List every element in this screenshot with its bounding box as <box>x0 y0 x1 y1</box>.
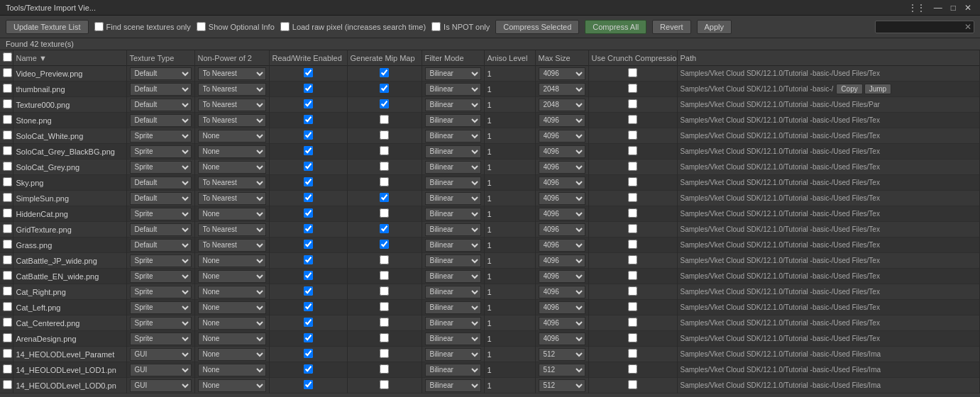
row-read-write[interactable] <box>269 175 347 191</box>
read-write-checkbox[interactable] <box>304 84 313 93</box>
non-power-select[interactable]: NoneTo NearestTo LargerTo Smaller <box>198 145 266 158</box>
search-clear-button[interactable]: ✕ <box>964 22 971 32</box>
read-write-checkbox[interactable] <box>304 115 313 124</box>
row-checkbox-cell[interactable] <box>0 222 13 237</box>
gen-mip-checkbox[interactable] <box>380 380 389 389</box>
non-power-select[interactable]: NoneTo NearestTo LargerTo Smaller <box>198 161 266 174</box>
filter-mode-select[interactable]: Point (no filter)BilinearTrilinear <box>425 83 481 96</box>
texture-type-select[interactable]: DefaultNormal mapSpriteGUICursorCookieLi… <box>130 145 192 158</box>
row-texture-type[interactable]: DefaultNormal mapSpriteGUICursorCookieLi… <box>126 144 194 160</box>
copy-path-button[interactable]: Copy <box>836 84 862 94</box>
row-texture-type[interactable]: DefaultNormal mapSpriteGUICursorCookieLi… <box>126 331 194 347</box>
row-read-write[interactable] <box>269 253 347 269</box>
table-container[interactable]: Name ▼ Texture Type Non-Power of 2 Read/… <box>0 50 980 395</box>
row-gen-mip[interactable] <box>347 82 422 97</box>
row-filter-mode[interactable]: Point (no filter)BilinearTrilinear <box>422 128 484 144</box>
crunch-checkbox[interactable] <box>628 208 637 218</box>
read-write-checkbox[interactable] <box>304 333 313 342</box>
non-power-select[interactable]: NoneTo NearestTo LargerTo Smaller <box>198 239 266 252</box>
non-power-select[interactable]: NoneTo NearestTo LargerTo Smaller <box>198 130 266 142</box>
load-raw-checkbox[interactable] <box>280 22 290 31</box>
row-read-write[interactable] <box>269 362 347 378</box>
row-filter-mode[interactable]: Point (no filter)BilinearTrilinear <box>422 347 484 362</box>
select-all-checkbox[interactable] <box>3 52 12 62</box>
compress-all-button[interactable]: Compress All <box>585 20 646 34</box>
title-menu-btn[interactable]: ⋮⋮ <box>905 3 928 13</box>
row-gen-mip[interactable] <box>347 315 422 331</box>
gen-mip-checkbox[interactable] <box>380 302 389 311</box>
row-max-size[interactable]: 3264128256512102420484096819216384 <box>535 175 588 191</box>
filter-mode-select[interactable]: Point (no filter)BilinearTrilinear <box>425 317 481 330</box>
row-read-write[interactable] <box>269 82 347 97</box>
row-texture-type[interactable]: DefaultNormal mapSpriteGUICursorCookieLi… <box>126 82 194 97</box>
crunch-checkbox[interactable] <box>628 68 637 77</box>
row-texture-type[interactable]: DefaultNormal mapSpriteGUICursorCookieLi… <box>126 97 194 113</box>
max-size-select[interactable]: 3264128256512102420484096819216384 <box>539 255 585 267</box>
gen-mip-checkbox[interactable] <box>380 193 389 202</box>
row-texture-type[interactable]: DefaultNormal mapSpriteGUICursorCookieLi… <box>126 222 194 237</box>
non-power-select[interactable]: NoneTo NearestTo LargerTo Smaller <box>198 270 266 283</box>
row-filter-mode[interactable]: Point (no filter)BilinearTrilinear <box>422 300 484 315</box>
crunch-checkbox[interactable] <box>628 130 637 140</box>
max-size-select[interactable]: 3264128256512102420484096819216384 <box>539 177 585 189</box>
row-checkbox-cell[interactable] <box>0 160 13 175</box>
jump-path-button[interactable]: Jump <box>864 84 891 94</box>
max-size-select[interactable]: 3264128256512102420484096819216384 <box>539 161 585 174</box>
filter-mode-select[interactable]: Point (no filter)BilinearTrilinear <box>425 332 481 345</box>
non-power-select[interactable]: NoneTo NearestTo LargerTo Smaller <box>198 83 266 96</box>
row-filter-mode[interactable]: Point (no filter)BilinearTrilinear <box>422 175 484 191</box>
row-max-size[interactable]: 3264128256512102420484096819216384 <box>535 97 588 113</box>
row-max-size[interactable]: 3264128256512102420484096819216384 <box>535 160 588 175</box>
texture-type-select[interactable]: DefaultNormal mapSpriteGUICursorCookieLi… <box>130 192 192 205</box>
row-checkbox[interactable] <box>3 68 12 77</box>
row-checkbox-cell[interactable] <box>0 253 13 269</box>
row-filter-mode[interactable]: Point (no filter)BilinearTrilinear <box>422 206 484 222</box>
row-read-write[interactable] <box>269 113 347 128</box>
row-filter-mode[interactable]: Point (no filter)BilinearTrilinear <box>422 269 484 284</box>
row-gen-mip[interactable] <box>347 378 422 393</box>
is-npot-label[interactable]: Is NPOT only <box>431 22 490 31</box>
show-optional-label[interactable]: Show Optional Info <box>197 22 275 31</box>
row-crunch[interactable] <box>588 66 677 82</box>
row-max-size[interactable]: 3264128256512102420484096819216384 <box>535 253 588 269</box>
row-read-write[interactable] <box>269 269 347 284</box>
row-filter-mode[interactable]: Point (no filter)BilinearTrilinear <box>422 97 484 113</box>
read-write-checkbox[interactable] <box>304 286 313 296</box>
row-crunch[interactable] <box>588 253 677 269</box>
row-non-power[interactable]: NoneTo NearestTo LargerTo Smaller <box>194 362 269 378</box>
row-non-power[interactable]: NoneTo NearestTo LargerTo Smaller <box>194 82 269 97</box>
row-checkbox-cell[interactable] <box>0 378 13 393</box>
row-filter-mode[interactable]: Point (no filter)BilinearTrilinear <box>422 222 484 237</box>
row-max-size[interactable]: 3264128256512102420484096819216384 <box>535 269 588 284</box>
crunch-checkbox[interactable] <box>628 240 637 249</box>
texture-type-select[interactable]: DefaultNormal mapSpriteGUICursorCookieLi… <box>130 208 192 220</box>
row-read-write[interactable] <box>269 378 347 393</box>
row-gen-mip[interactable] <box>347 222 422 237</box>
row-gen-mip[interactable] <box>347 269 422 284</box>
gen-mip-checkbox[interactable] <box>380 349 389 358</box>
filter-mode-select[interactable]: Point (no filter)BilinearTrilinear <box>425 286 481 298</box>
max-size-select[interactable]: 3264128256512102420484096819216384 <box>539 286 585 298</box>
read-write-checkbox[interactable] <box>304 146 313 155</box>
non-power-select[interactable]: NoneTo NearestTo LargerTo Smaller <box>198 286 266 298</box>
filter-mode-select[interactable]: Point (no filter)BilinearTrilinear <box>425 130 481 142</box>
row-texture-type[interactable]: DefaultNormal mapSpriteGUICursorCookieLi… <box>126 315 194 331</box>
row-read-write[interactable] <box>269 347 347 362</box>
filter-mode-select[interactable]: Point (no filter)BilinearTrilinear <box>425 301 481 314</box>
read-write-checkbox[interactable] <box>304 271 313 280</box>
gen-mip-checkbox[interactable] <box>380 286 389 296</box>
max-size-select[interactable]: 3264128256512102420484096819216384 <box>539 145 585 158</box>
non-power-select[interactable]: NoneTo NearestTo LargerTo Smaller <box>198 192 266 205</box>
find-scene-textures-label[interactable]: Find scene textures only <box>94 22 191 31</box>
find-scene-textures-checkbox[interactable] <box>94 22 104 31</box>
row-gen-mip[interactable] <box>347 97 422 113</box>
max-size-select[interactable]: 3264128256512102420484096819216384 <box>539 301 585 314</box>
texture-type-select[interactable]: DefaultNormal mapSpriteGUICursorCookieLi… <box>130 114 192 127</box>
texture-type-select[interactable]: DefaultNormal mapSpriteGUICursorCookieLi… <box>130 83 192 96</box>
row-crunch[interactable] <box>588 378 677 393</box>
filter-mode-select[interactable]: Point (no filter)BilinearTrilinear <box>425 67 481 80</box>
crunch-checkbox[interactable] <box>628 349 637 358</box>
row-max-size[interactable]: 3264128256512102420484096819216384 <box>535 362 588 378</box>
gen-mip-checkbox[interactable] <box>380 130 389 140</box>
row-checkbox[interactable] <box>3 177 12 186</box>
